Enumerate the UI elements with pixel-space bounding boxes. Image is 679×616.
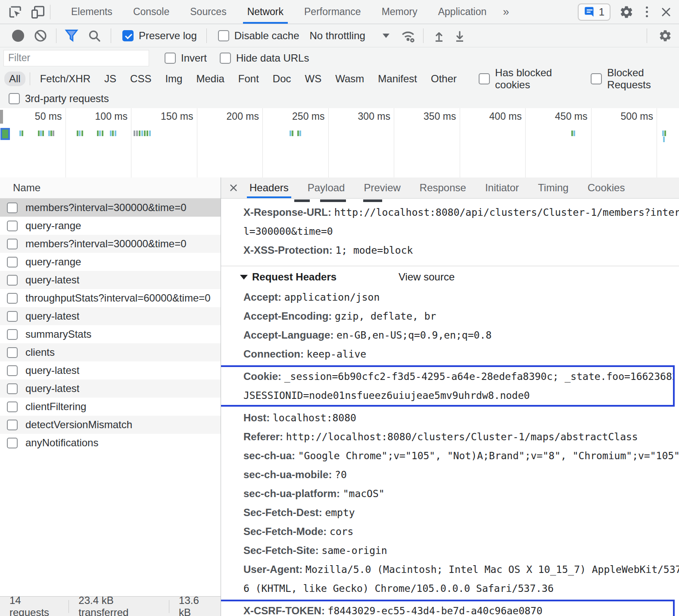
search-icon[interactable] [87,29,101,43]
disable-cache-checkbox[interactable] [218,30,229,41]
request-row[interactable]: query-latest [0,380,221,398]
import-har-icon[interactable] [432,29,446,43]
type-filter-all[interactable]: All [4,72,25,86]
view-source-link[interactable]: View source [399,271,455,283]
type-filter-css[interactable]: CSS [125,72,156,86]
type-filter-media[interactable]: Media [191,72,229,86]
inspect-element-icon[interactable] [8,4,23,20]
toolbar-right-controls: 1 [578,0,679,24]
clear-network-log-icon[interactable] [34,29,47,43]
tab-elements[interactable]: Elements [61,0,123,24]
more-tabs-chevron[interactable]: » [497,0,515,24]
blocked-requests-label: Blocked Requests [607,67,679,91]
request-checkbox[interactable] [7,365,18,376]
request-row[interactable]: clients [0,343,221,361]
detail-tab-timing[interactable]: Timing [538,177,569,198]
network-overview-timeline[interactable]: 50 ms100 ms150 ms200 ms250 ms300 ms350 m… [0,108,679,178]
detail-tab-headers[interactable]: Headers [249,177,289,198]
throttling-dropdown[interactable]: No throttling [309,30,389,42]
disable-cache-toggle[interactable]: Disable cache [218,30,299,42]
close-detail-icon[interactable] [229,183,238,193]
hide-data-urls-toggle[interactable]: Hide data URLs [220,52,309,64]
more-options-icon[interactable] [642,6,651,17]
request-checkbox[interactable] [7,293,18,304]
invert-toggle[interactable]: Invert [165,52,207,64]
request-row[interactable]: clientFiltering [0,398,221,416]
type-filter-ws[interactable]: WS [300,72,327,86]
request-checkbox[interactable] [7,420,18,430]
settings-gear-icon[interactable] [619,5,634,19]
tab-console[interactable]: Console [123,0,180,24]
tab-application[interactable]: Application [428,0,497,24]
collapse-triangle-icon[interactable] [240,275,248,280]
type-filter-img[interactable]: Img [160,72,187,86]
type-filter-fetch-xhr[interactable]: Fetch/XHR [35,72,95,86]
filter-funnel-icon[interactable] [64,29,79,43]
request-checkbox[interactable] [7,383,18,394]
request-row[interactable]: query-latest [0,361,221,380]
request-row[interactable]: query-range [0,217,221,235]
tab-performance[interactable]: Performance [294,0,371,24]
has-blocked-cookies-checkbox[interactable] [479,73,490,84]
network-settings-gear-icon[interactable] [658,29,672,43]
request-checkbox[interactable] [7,311,18,322]
request-timing-marker [141,131,143,136]
record-network-log-button[interactable] [12,30,24,42]
header-value: 1; mode=block [335,245,413,256]
request-row[interactable]: query-latest [0,271,221,289]
name-column-header[interactable]: Name [0,177,221,199]
detail-tab-response[interactable]: Response [420,177,466,198]
type-filter-wasm[interactable]: Wasm [330,72,369,86]
throttling-value: No throttling [309,30,365,42]
request-row[interactable]: query-latest [0,307,221,325]
close-devtools-icon[interactable] [660,6,672,18]
export-har-icon[interactable] [453,29,467,43]
request-row[interactable]: members?interval=300000&time=0 [0,235,221,253]
filter-input[interactable] [3,50,149,66]
hide-data-urls-checkbox[interactable] [220,53,231,64]
preserve-log-toggle[interactable]: Preserve log [122,30,197,42]
type-filter-manifest[interactable]: Manifest [373,72,422,86]
tab-network[interactable]: Network [237,0,294,24]
request-row[interactable]: query-range [0,253,221,271]
preserve-log-checkbox[interactable] [122,30,134,41]
request-row[interactable]: anyNotifications [0,434,221,452]
detail-tab-payload[interactable]: Payload [308,177,345,198]
issues-badge[interactable]: 1 [578,3,610,21]
request-row[interactable]: members?interval=300000&time=0 [0,199,221,217]
third-party-checkbox[interactable] [9,93,20,104]
detail-tab-cookies[interactable]: Cookies [588,177,625,198]
request-checkbox[interactable] [7,275,18,286]
type-filter-other[interactable]: Other [426,72,461,86]
request-checkbox[interactable] [7,401,18,412]
invert-checkbox[interactable] [165,53,176,64]
tab-sources[interactable]: Sources [180,0,237,24]
request-checkbox[interactable] [7,202,18,213]
request-row[interactable]: detectVersionMismatch [0,416,221,434]
blocked-requests-checkbox[interactable] [591,73,602,84]
type-filter-js[interactable]: JS [100,72,121,86]
request-row[interactable]: summaryStats [0,325,221,343]
request-checkbox[interactable] [7,347,18,358]
request-row[interactable]: throughputStats?interval=60000&time=0 [0,289,221,307]
request-checkbox[interactable] [7,438,18,448]
request-checkbox[interactable] [7,221,18,231]
detail-tab-initiator[interactable]: Initiator [485,177,519,198]
timeline-scrubber[interactable] [0,110,3,124]
invert-label: Invert [181,52,207,64]
third-party-toggle[interactable]: 3rd-party requests [9,93,109,105]
request-name: throughputStats?interval=60000&time=0 [25,292,211,304]
detail-tab-preview[interactable]: Preview [364,177,400,198]
request-checkbox[interactable] [7,329,18,340]
third-party-row: 3rd-party requests [0,89,679,108]
type-filter-doc[interactable]: Doc [268,72,296,86]
blocked-requests-toggle[interactable]: Blocked Requests [591,67,679,91]
request-checkbox[interactable] [7,257,18,268]
device-toolbar-icon[interactable] [30,4,46,20]
tab-memory[interactable]: Memory [371,0,428,24]
request-checkbox[interactable] [7,239,18,249]
network-conditions-icon[interactable] [400,28,416,43]
type-filter-font[interactable]: Font [234,72,264,86]
request-name: query-range [25,256,81,268]
has-blocked-cookies-toggle[interactable]: Has blocked cookies [479,67,577,91]
